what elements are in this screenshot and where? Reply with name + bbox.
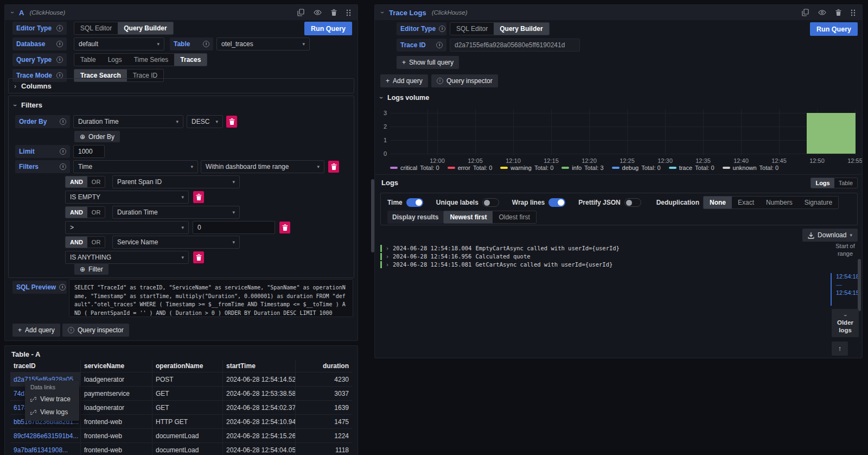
col-header-servicename[interactable]: serviceName [81,360,152,372]
option-and[interactable]: AND [66,207,87,218]
trash-icon[interactable] [331,9,337,16]
option-and[interactable]: AND [66,176,87,187]
log-line[interactable]: › 2024-06-28 12:54:16.956 Calculated quo… [380,252,531,260]
copy-icon[interactable] [802,9,809,16]
option-query-builder[interactable]: Query Builder [118,22,173,34]
info-icon[interactable]: i [56,25,63,31]
col-header-duration[interactable]: duration [296,360,352,372]
prettify-json-toggle[interactable] [624,198,641,207]
legend-label-info[interactable]: info [572,165,582,171]
order-direction-select[interactable]: DESC▾ [187,115,223,128]
collapse-chevron-icon[interactable]: › [9,11,16,14]
time-toggle[interactable] [406,198,423,207]
condition-value-input[interactable] [193,221,275,234]
info-icon[interactable]: i [60,118,66,125]
unique-labels-toggle[interactable] [482,198,499,207]
trace-link[interactable]: 9a7baf61341908... [10,443,81,455]
option-sql-editor[interactable]: SQL Editor [74,22,118,34]
col-header-operationname[interactable]: operationName [152,360,223,372]
legend-label-debug[interactable]: debug [622,165,639,171]
option-query-builder[interactable]: Query Builder [494,23,548,35]
trace-id-input[interactable] [450,39,580,52]
condition-operator-select[interactable]: IS EMPTY▾ [65,191,189,204]
info-icon[interactable]: i [56,56,63,63]
drag-handle-icon[interactable] [346,9,351,16]
info-icon[interactable]: i [60,148,66,155]
info-bar[interactable] [807,113,856,154]
collapse-chevron-icon[interactable]: › [379,11,386,14]
scroll-to-top-button[interactable]: ↑ [832,342,848,356]
download-button[interactable]: Download ▾ [802,229,858,242]
condition-field-select[interactable]: Parent Span ID▾ [112,175,240,188]
condition-field-select[interactable]: Service Name▾ [112,236,240,249]
query-inspector-button[interactable]: iQuery inspector [431,74,498,87]
remove-order-by-button[interactable] [226,116,237,128]
filters-section-header[interactable]: ›Filters [14,101,42,109]
copy-icon[interactable] [297,9,304,16]
option-newest-first[interactable]: Newest first [444,211,493,223]
table-select[interactable]: otel_traces▾ [216,37,310,50]
option-and[interactable]: AND [66,237,87,248]
log-line[interactable]: › 2024-06-28 12:54:18.004 EmptyCartAsync… [380,244,620,252]
option-traces[interactable]: Traces [174,54,207,66]
drag-handle-icon[interactable] [851,9,856,16]
option-numbers[interactable]: Numbers [760,197,799,208]
option-table[interactable]: Table [74,54,102,66]
expand-chevron-icon[interactable]: › [386,254,389,260]
option-or[interactable]: OR [87,237,105,248]
expand-chevron-icon[interactable]: › [386,245,389,251]
legend-label-critical[interactable]: critical [400,165,417,171]
filter-operator-select[interactable]: Within dashboard time range▾ [201,160,324,173]
database-select[interactable]: default▾ [74,37,164,50]
add-query-button[interactable]: +Add query [380,74,428,87]
remove-condition-button[interactable] [279,222,290,233]
trash-icon[interactable] [835,9,841,16]
info-icon[interactable]: i [60,163,66,170]
option-logs-view[interactable]: Logs [811,178,834,188]
condition-field-select[interactable]: Duration Time▾ [112,206,240,219]
option-oldest-first[interactable]: Oldest first [493,211,535,223]
view-trace-menu-item[interactable]: View trace [25,393,79,406]
range-start-time[interactable]: 12:54:18 [836,273,859,280]
legend-label-warning[interactable]: warning [510,165,532,171]
filter-field-select[interactable]: Time▾ [73,160,198,173]
logs-scrollbar[interactable] [858,259,861,311]
option-table-view[interactable]: Table [834,178,857,188]
add-filter-button[interactable]: ⊕Filter [74,263,108,275]
remove-filter-button[interactable] [328,161,339,173]
option-or[interactable]: OR [87,207,105,218]
legend-label-error[interactable]: error [458,165,470,171]
option-or[interactable]: OR [87,176,105,187]
add-query-button[interactable]: +Add query [12,324,60,337]
info-icon[interactable]: i [203,41,209,47]
condition-operator-select[interactable]: >▾ [65,221,189,234]
info-icon[interactable]: i [59,284,66,290]
order-by-field-select[interactable]: Duration Time▾ [73,115,183,128]
older-logs-button[interactable]: › Older logs [832,309,859,337]
wrap-lines-toggle[interactable] [548,198,565,207]
option-time-series[interactable]: Time Series [128,54,175,66]
option-none[interactable]: None [704,197,732,208]
logs-volume-header[interactable]: ›Logs volume [380,94,429,102]
expand-chevron-icon[interactable]: › [386,262,389,268]
option-signature[interactable]: Signature [799,197,838,208]
run-query-button[interactable]: Run Query [810,22,858,36]
legend-label-unknown[interactable]: unknown [733,165,757,171]
trace-link[interactable]: 89cf4286e631591b4... [10,429,81,443]
option-sql-editor[interactable]: SQL Editor [450,23,494,35]
option-exact[interactable]: Exact [732,197,760,208]
condition-operator-select[interactable]: IS ANYTHING▾ [65,251,189,264]
log-line[interactable]: › 2024-06-28 12:54:15.081 GetCartAsync c… [380,261,612,268]
info-icon[interactable]: i [436,42,443,48]
add-order-by-button[interactable]: ⊕Order By [74,131,120,142]
remove-condition-button[interactable] [193,191,204,203]
view-logs-menu-item[interactable]: View logs [25,406,79,419]
col-header-starttime[interactable]: startTime [223,360,296,372]
columns-section-header[interactable]: ›Columns [14,82,52,90]
query-inspector-button[interactable]: iQuery inspector [62,324,129,337]
limit-input[interactable] [73,145,105,158]
col-header-traceid[interactable]: traceID [10,360,81,372]
show-full-query-button[interactable]: +Show full query [397,56,459,69]
option-logs[interactable]: Logs [102,54,128,66]
eye-icon[interactable] [818,10,826,15]
